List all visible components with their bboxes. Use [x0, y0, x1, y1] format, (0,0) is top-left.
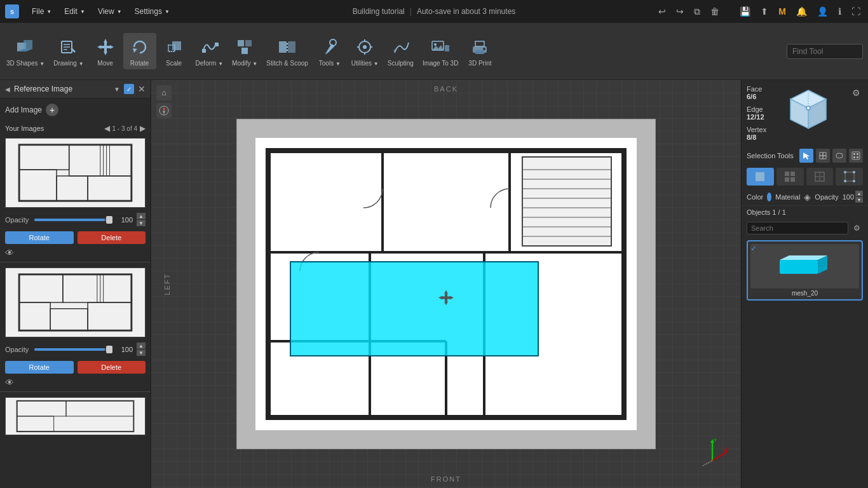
tool-move[interactable]: Move — [89, 33, 122, 69]
prev-image-btn[interactable]: ◀ — [104, 124, 110, 133]
image-pagination: 1 - 3 of 4 — [112, 125, 137, 132]
m-logo-icon[interactable]: M — [776, 5, 789, 18]
delete-button[interactable]: 🗑 — [708, 5, 722, 18]
tool-stitch-scoop[interactable]: Stitch & Scoop — [262, 33, 312, 69]
undo-button[interactable]: ↩ — [656, 5, 668, 18]
opacity-up-1[interactable]: ▲ — [137, 213, 146, 219]
tool-3d-print[interactable]: 3D Print — [463, 33, 496, 69]
tool-image-to-3d[interactable]: Image To 3D — [419, 33, 463, 69]
user-icon[interactable]: 👤 — [815, 5, 831, 18]
search-input[interactable] — [747, 222, 848, 234]
tool-modify-label: Modify ▼ — [232, 60, 257, 67]
material-label: Material — [775, 193, 800, 201]
copy-button[interactable]: ⧉ — [691, 5, 703, 18]
add-image-row: Add Image + — [0, 98, 151, 121]
svg-rect-115 — [823, 156, 826, 159]
svg-marker-37 — [432, 45, 444, 50]
menu-edit[interactable]: Edit ▼ — [59, 4, 90, 18]
opacity-right-down[interactable]: ▼ — [855, 197, 863, 203]
svg-rect-41 — [475, 50, 484, 54]
vertex-label: Vertex — [747, 126, 766, 133]
selfcad-logo[interactable]: S — [5, 4, 19, 18]
scale-icon — [163, 36, 186, 58]
opacity-up-2[interactable]: ▲ — [137, 342, 146, 349]
delete-btn-1[interactable]: Delete — [78, 231, 146, 244]
axis-indicator: Y X — [696, 435, 728, 469]
svg-text:Y: Y — [714, 437, 717, 443]
tool-scale[interactable]: Scale — [158, 33, 191, 69]
tool-sculpting[interactable]: Sculpting — [384, 33, 417, 69]
tool-stitch-scoop-label: Stitch & Scoop — [266, 60, 308, 67]
tool-utilities[interactable]: Utilities ▼ — [348, 33, 383, 69]
opacity-right-up[interactable]: ▲ — [855, 191, 863, 196]
tool-3d-shapes[interactable]: 3D Shapes ▼ — [3, 33, 48, 69]
opacity-down-1[interactable]: ▼ — [137, 220, 146, 226]
redo-button[interactable]: ↪ — [674, 5, 686, 18]
tools-icon — [318, 36, 341, 58]
material-icon[interactable]: ◈ — [804, 192, 811, 202]
mode-solid-btn[interactable] — [747, 168, 774, 186]
panel-title: Reference Image — [14, 85, 110, 93]
info-icon[interactable]: ℹ — [836, 5, 844, 18]
svg-rect-125 — [790, 177, 795, 182]
logo: S — [5, 4, 19, 18]
svg-rect-76 — [522, 157, 611, 246]
stitch-scoop-icon — [276, 36, 299, 58]
svg-rect-119 — [853, 156, 855, 158]
eye-icon-2[interactable]: 👁 — [0, 376, 151, 389]
rotate-btn-1[interactable]: Rotate — [5, 231, 74, 244]
tool-sculpting-label: Sculpting — [388, 60, 414, 67]
move-cursor[interactable] — [437, 289, 455, 309]
svg-line-101 — [712, 452, 727, 461]
save-icon[interactable]: 💾 — [737, 5, 753, 18]
mode-vertex-btn[interactable] — [836, 168, 863, 186]
menu-settings[interactable]: Settings ▼ — [130, 4, 175, 18]
svg-marker-93 — [444, 302, 448, 306]
share-icon[interactable]: ⬆ — [758, 5, 771, 18]
panel-collapse-btn[interactable]: ◀ — [5, 86, 10, 93]
svg-rect-3 — [24, 40, 32, 49]
tool-tools[interactable]: Tools ▼ — [313, 33, 346, 69]
svg-marker-111 — [803, 152, 810, 159]
tool-deform[interactable]: Deform ▼ — [192, 33, 227, 69]
rotate-btn-2[interactable]: Rotate — [5, 361, 74, 374]
opacity-slider-1[interactable] — [34, 219, 112, 221]
mode-wire-btn[interactable] — [806, 168, 834, 186]
panel-dropdown-arrow[interactable]: ▼ — [114, 86, 120, 93]
bell-icon[interactable]: 🔔 — [794, 5, 810, 18]
eye-icon-1[interactable]: 👁 — [0, 247, 151, 259]
opacity-down-2[interactable]: ▼ — [137, 349, 146, 356]
color-label: Color — [747, 193, 763, 201]
tool-move-label: Move — [97, 60, 112, 67]
search-row: ⚙ — [742, 219, 868, 238]
sel-tool-box[interactable] — [816, 149, 830, 163]
mode-row — [742, 165, 868, 188]
mode-grid-btn[interactable] — [776, 168, 804, 186]
opacity-slider-2[interactable] — [34, 348, 112, 351]
tool-utilities-label: Utilities ▼ — [351, 60, 379, 67]
home-view-btn[interactable]: ⌂ — [156, 85, 172, 100]
color-dot[interactable] — [767, 193, 771, 201]
sel-tool-paint[interactable] — [849, 149, 863, 163]
find-tool-input[interactable] — [787, 44, 863, 59]
panel-close-btn[interactable]: ✕ — [138, 84, 146, 94]
fullscreen-icon[interactable]: ⛶ — [849, 5, 863, 18]
settings-gear-btn[interactable]: ⚙ — [850, 85, 863, 100]
delete-btn-2[interactable]: Delete — [78, 361, 146, 374]
tool-modify[interactable]: Modify ▼ — [228, 33, 261, 69]
sel-tool-cursor[interactable] — [799, 149, 813, 163]
vertex-val: 8/8 — [747, 133, 766, 141]
divider-2 — [0, 391, 151, 392]
search-gear-btn[interactable]: ⚙ — [851, 221, 863, 235]
next-image-btn[interactable]: ▶ — [140, 124, 146, 133]
sel-tool-lasso[interactable] — [832, 149, 846, 163]
tool-drawing[interactable]: Drawing ▼ — [50, 33, 87, 69]
panel-check-btn[interactable]: ✓ — [124, 84, 134, 94]
compass-btn[interactable] — [156, 103, 172, 118]
svg-text:S: S — [10, 9, 14, 15]
tool-rotate[interactable]: Rotate — [123, 33, 156, 69]
menu-view[interactable]: View ▼ — [93, 4, 127, 18]
menu-file[interactable]: File ▼ — [27, 4, 57, 18]
mesh-item[interactable]: ✓ mesh_20 — [747, 240, 863, 301]
add-image-btn[interactable]: + — [46, 104, 58, 116]
